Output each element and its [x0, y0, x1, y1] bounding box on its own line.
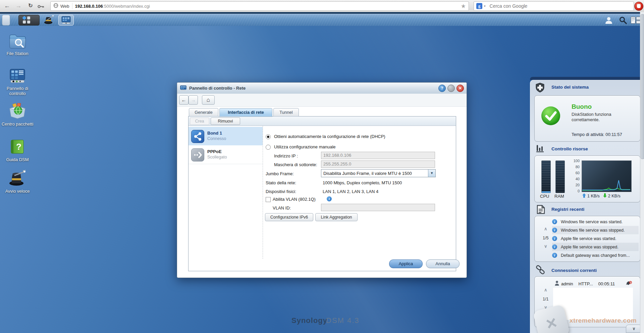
- jumbo-select-arrow-icon[interactable]: ▼: [428, 170, 435, 177]
- site-identity-label: Web: [60, 4, 69, 9]
- apply-button[interactable]: Applica: [389, 259, 423, 268]
- log-text: Windows file service was stopped.: [561, 228, 625, 233]
- nav-forward-icon[interactable]: →: [189, 95, 198, 105]
- dhcp-radio[interactable]: [266, 134, 271, 139]
- status-ok-icon: [541, 106, 560, 125]
- connections-prev-icon[interactable]: ∧: [544, 288, 547, 292]
- browser-back-icon[interactable]: ←: [3, 2, 11, 10]
- log-row[interactable]: i Windows file service was started.: [552, 218, 639, 226]
- window-title: Pannello di controllo - Rete: [189, 86, 246, 91]
- log-row[interactable]: i Apple file service was stopped.: [552, 243, 639, 251]
- tab-panel: Crea Rimuovi Bond 1 Connesso: [188, 116, 456, 271]
- log-text: Default gateway was changed from...: [561, 253, 630, 258]
- search-box[interactable]: g ▾ Cerca con Google: [474, 1, 634, 11]
- minimize-button[interactable]: [447, 85, 455, 92]
- ytick: 20: [570, 183, 580, 187]
- google-icon: g: [476, 3, 482, 9]
- interface-status: Scollegato: [207, 155, 227, 159]
- desktop-icon-file-station[interactable]: File Station: [1, 33, 34, 56]
- dsm-taskbar: [0, 14, 644, 26]
- bookmark-star-icon[interactable]: ★: [461, 3, 466, 10]
- subnet-input[interactable]: 255.255.255.0: [321, 160, 435, 168]
- desktop-icon-package-center[interactable]: Centro pacchetti: [1, 103, 34, 127]
- ytick: 80: [570, 165, 580, 169]
- page-scrollbar[interactable]: [640, 12, 644, 333]
- tab-label: Interfaccia di rete: [228, 110, 264, 115]
- status-text: Buono: [572, 103, 592, 110]
- uptime-text: Tempo di attività: 00:11:57: [572, 132, 622, 137]
- connections-icon: [535, 265, 545, 276]
- pppoe-icon: [191, 148, 204, 161]
- disconnect-icon[interactable]: [626, 281, 632, 287]
- globe-icon: [53, 3, 58, 9]
- adblock-stop-icon[interactable]: [634, 2, 643, 11]
- jumbo-select[interactable]: Disabilita Jumbo Frame, il valore MTU è …: [321, 169, 436, 177]
- vlan-checkbox[interactable]: [266, 197, 271, 202]
- url-bar[interactable]: Web 192.168.0.106 :5000/webman/index.cgi…: [50, 1, 469, 11]
- window-title-icon: [180, 85, 186, 91]
- vlan-info-icon[interactable]: i: [327, 196, 332, 201]
- nav-home-icon[interactable]: ⌂: [202, 95, 215, 105]
- net-chart-upload: [582, 180, 630, 190]
- log-row[interactable]: i Windows file service was stopped.: [552, 226, 639, 234]
- vlan-id-input[interactable]: [321, 204, 435, 211]
- browser-forward-icon[interactable]: →: [14, 2, 23, 10]
- desktop-icon-quick-start[interactable]: Avvio veloce: [1, 170, 34, 194]
- connection-row[interactable]: admin HTTP... 00:05:11: [555, 281, 632, 287]
- ytick: 0: [570, 189, 580, 193]
- info-icon: i: [552, 244, 557, 249]
- ip-input[interactable]: 192.168.0.106: [321, 152, 435, 159]
- desktop-icon-control-panel[interactable]: Pannello di controllo: [1, 68, 34, 96]
- create-button[interactable]: Crea: [190, 117, 209, 125]
- user-icon: [555, 281, 559, 287]
- log-row[interactable]: i Default gateway was changed from...: [552, 251, 639, 259]
- nav-back-icon[interactable]: ←: [179, 95, 189, 105]
- quick-start-icon: [8, 170, 26, 186]
- cpu-gauge-fill: [542, 191, 550, 193]
- tab-interfaccia-di-rete[interactable]: Interfaccia di rete: [219, 108, 272, 117]
- ytick: 40: [570, 177, 580, 181]
- dsm-help-icon: ?: [10, 139, 25, 155]
- vlan-id-label: VLAN ID:: [273, 205, 291, 210]
- logs-next-icon[interactable]: ∨: [544, 244, 547, 248]
- interface-status: Connesso: [207, 136, 226, 141]
- screen: ← → ↻ Web 192.168.0.106 :5000/webman/ind…: [0, 0, 644, 333]
- browser-key-icon[interactable]: [38, 4, 44, 9]
- quick-start-taskbar-button[interactable]: [42, 15, 56, 25]
- vlan-checkbox-label: Abilita VLAN (802.1Q): [273, 197, 316, 202]
- control-panel-taskbar-button[interactable]: [58, 15, 74, 26]
- show-desktop-button[interactable]: [2, 15, 10, 26]
- search-input[interactable]: Cerca con Google: [490, 3, 528, 9]
- tab-generale[interactable]: Generale: [189, 108, 218, 116]
- desktop-icon-dsm-help[interactable]: ? Guida DSM: [1, 139, 34, 162]
- log-row[interactable]: i Apple file service was started.: [552, 234, 639, 243]
- browser-reload-icon[interactable]: ↻: [26, 2, 35, 10]
- logs-box: ∧ 1/5 ∨ i Windows file service was start…: [534, 216, 640, 262]
- manual-radio[interactable]: [266, 145, 271, 150]
- list-item-bond1[interactable]: Bond 1 Connesso: [189, 127, 263, 145]
- tab-label: Tunnel: [279, 110, 292, 115]
- ipv6-config-button[interactable]: Configurazione IPv6: [265, 213, 313, 221]
- download-arrow-icon: [603, 193, 607, 199]
- logs-prev-icon[interactable]: ∧: [544, 227, 547, 231]
- close-button[interactable]: ✕: [457, 85, 464, 92]
- sidebar-collapse-button[interactable]: ∨: [626, 325, 642, 333]
- scrollbar-thumb[interactable]: [641, 14, 644, 159]
- help-button[interactable]: ?: [438, 85, 446, 92]
- link-aggregation-button[interactable]: Link Aggregation: [315, 213, 358, 221]
- connection-time: 00:05:11: [598, 281, 615, 286]
- search-taskbar-icon[interactable]: [619, 16, 627, 25]
- cancel-button[interactable]: Annulla: [426, 259, 460, 268]
- search-engine-dropdown-icon[interactable]: ▾: [484, 4, 486, 8]
- user-account-icon[interactable]: [604, 16, 613, 25]
- main-menu-button[interactable]: [18, 15, 40, 26]
- remove-button[interactable]: Rimuovi: [211, 117, 240, 125]
- desktop-icon-label: Avvio veloce: [1, 189, 34, 194]
- tab-label: Generale: [195, 110, 212, 115]
- list-item-pppoe[interactable]: PPPoE Scollegato: [189, 145, 263, 164]
- window-titlebar[interactable]: Pannello di controllo - Rete ? ✕: [177, 83, 467, 94]
- cpu-label: CPU: [540, 194, 549, 199]
- jumbo-select-value: Disabilita Jumbo Frame, il valore MTU è …: [323, 171, 412, 176]
- tab-tunnel[interactable]: Tunnel: [273, 108, 299, 116]
- network-status-label: Stato della rete:: [266, 180, 296, 185]
